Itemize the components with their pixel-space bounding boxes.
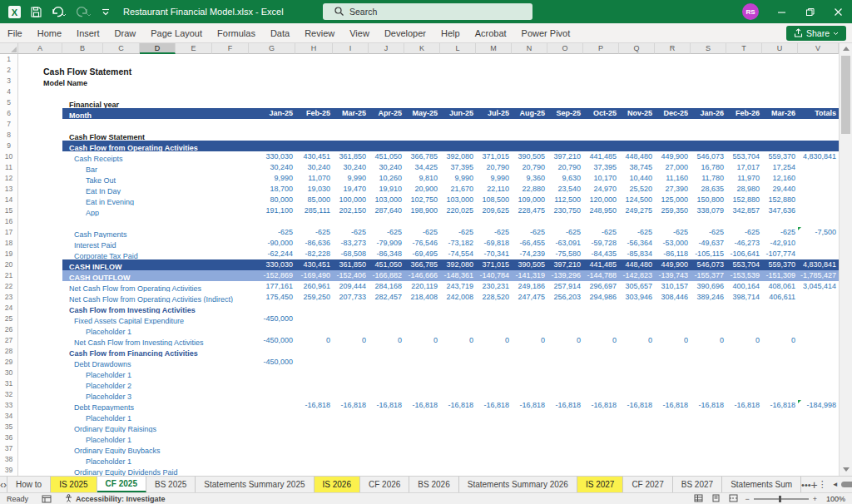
sheet-tab-statements-sum[interactable]: Statements Sum	[722, 477, 801, 492]
row-header[interactable]: 5	[0, 97, 18, 108]
sheet-tab-bs-2027[interactable]: BS 2027	[673, 477, 722, 492]
cell[interactable]	[583, 130, 619, 141]
cell[interactable]: 9,810	[404, 173, 440, 184]
sheet-tab-cf-2027[interactable]: CF 2027	[623, 477, 672, 492]
cell[interactable]	[583, 389, 619, 400]
cell[interactable]: 0	[404, 335, 440, 346]
cell[interactable]: 441,485	[583, 151, 619, 162]
cell[interactable]: 0	[476, 335, 512, 346]
cell[interactable]	[726, 454, 762, 465]
cell[interactable]	[333, 54, 369, 65]
cell[interactable]	[440, 389, 476, 400]
cell[interactable]	[476, 357, 512, 368]
cell[interactable]	[798, 195, 839, 205]
cell[interactable]	[619, 65, 655, 76]
cell[interactable]: 553,704	[726, 259, 762, 270]
cell[interactable]: 228,520	[476, 292, 512, 303]
row-header[interactable]: 18	[0, 238, 18, 249]
cell[interactable]	[295, 141, 333, 151]
cell[interactable]	[404, 86, 440, 97]
cell[interactable]	[583, 432, 619, 443]
cell[interactable]	[726, 130, 762, 141]
vertical-scroll-thumb[interactable]	[841, 56, 850, 134]
cell[interactable]: -105,115	[691, 249, 726, 259]
ribbon-tab-home[interactable]: Home	[30, 23, 69, 42]
sheet-options-button[interactable]: ⋮	[818, 477, 827, 492]
cell[interactable]: -42,910	[762, 238, 798, 249]
row-header[interactable]: 24	[0, 303, 18, 314]
minimize-button[interactable]	[767, 0, 795, 23]
cell[interactable]	[404, 65, 440, 76]
column-header-D[interactable]: D	[140, 43, 176, 54]
cell[interactable]	[691, 389, 726, 400]
cell[interactable]	[798, 130, 839, 141]
cell[interactable]: -84,435	[583, 249, 619, 259]
column-header-S[interactable]: S	[691, 43, 726, 54]
cell[interactable]	[762, 303, 798, 314]
cell[interactable]	[655, 119, 691, 130]
cell[interactable]: -68,508	[333, 249, 369, 259]
row-header[interactable]: 15	[0, 205, 18, 216]
cell[interactable]	[295, 54, 333, 65]
cell[interactable]	[333, 443, 369, 454]
cell[interactable]: CASH OUTFLOW	[62, 270, 249, 281]
cell[interactable]	[369, 216, 404, 227]
cell[interactable]	[476, 368, 512, 378]
cell[interactable]: 259,250	[295, 292, 333, 303]
cell[interactable]: Cash Flow from Investing Activities	[18, 303, 249, 314]
cell[interactable]: 430,451	[295, 151, 333, 162]
cell[interactable]	[798, 368, 839, 378]
cell[interactable]: 112,500	[547, 195, 583, 205]
close-button[interactable]	[824, 0, 852, 23]
cell[interactable]	[476, 76, 512, 86]
cell[interactable]: 85,000	[295, 195, 333, 205]
cell[interactable]: 449,900	[655, 151, 691, 162]
cell[interactable]: -151,309	[762, 270, 798, 281]
cell[interactable]	[440, 411, 476, 422]
cell[interactable]: -16,818	[762, 400, 798, 411]
cell[interactable]	[691, 357, 726, 368]
cell[interactable]	[762, 130, 798, 141]
cell[interactable]: 37,395	[440, 162, 476, 173]
cell[interactable]	[440, 443, 476, 454]
cell[interactable]	[333, 86, 369, 97]
sheet-tab-is-2025[interactable]: IS 2025	[51, 477, 97, 492]
cell[interactable]	[369, 378, 404, 389]
zoom-out-button[interactable]: −	[745, 495, 749, 503]
cell[interactable]: -152,869	[249, 270, 295, 281]
cell[interactable]	[369, 465, 404, 476]
cell[interactable]	[583, 357, 619, 368]
column-header-H[interactable]: H	[295, 43, 333, 54]
cell[interactable]	[762, 65, 798, 76]
cell[interactable]: Ordinary Equity Raisings	[18, 422, 249, 432]
cell[interactable]	[798, 411, 839, 422]
cell[interactable]	[476, 54, 512, 65]
cell[interactable]	[619, 465, 655, 476]
cell[interactable]: 546,073	[691, 259, 726, 270]
cell[interactable]: -16,818	[726, 400, 762, 411]
cell[interactable]	[512, 411, 547, 422]
cell[interactable]	[798, 76, 839, 86]
zoom-slider[interactable]: − +	[745, 495, 817, 503]
cell[interactable]: 546,073	[691, 151, 726, 162]
cell[interactable]	[762, 368, 798, 378]
cell[interactable]: Net Cash Flow from Operating Activities …	[18, 292, 249, 303]
ribbon-tab-page-layout[interactable]: Page Layout	[143, 23, 210, 42]
column-header-B[interactable]: B	[62, 43, 103, 54]
cell[interactable]	[691, 411, 726, 422]
horizontal-scroll-thumb[interactable]	[841, 482, 852, 487]
cell[interactable]	[619, 368, 655, 378]
cell[interactable]: -1,785,427	[798, 270, 839, 281]
cell[interactable]	[762, 314, 798, 324]
cell[interactable]	[512, 130, 547, 141]
row-header[interactable]: 34	[0, 411, 18, 422]
cell[interactable]	[762, 54, 798, 65]
ribbon-tab-draw[interactable]: Draw	[107, 23, 144, 42]
cell[interactable]: Fixed Assets Capital Expenditure	[18, 314, 249, 324]
cell[interactable]	[619, 216, 655, 227]
ribbon-tab-developer[interactable]: Developer	[377, 23, 433, 42]
cell[interactable]	[583, 314, 619, 324]
cell[interactable]	[476, 119, 512, 130]
cell[interactable]: -450,000	[249, 335, 295, 346]
cell[interactable]	[691, 130, 726, 141]
